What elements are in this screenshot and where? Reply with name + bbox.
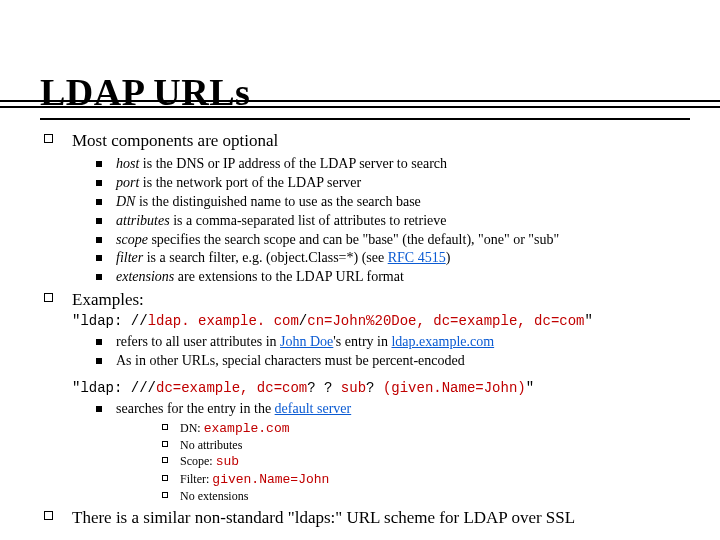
list-item: extensions are extensions to the LDAP UR… <box>72 268 690 287</box>
list-item: scope specifies the search scope and can… <box>72 231 690 250</box>
list-item: searches for the entry in the default se… <box>72 400 690 505</box>
example-url-2: "ldap: ///dc=example, dc=com? ? sub? (gi… <box>72 379 690 398</box>
list-item: No attributes <box>116 437 690 453</box>
section-examples: Examples: "ldap: //ldap. example. com/cn… <box>40 289 690 504</box>
list-item: Scope: sub <box>116 453 690 471</box>
list-item: port is the network port of the LDAP ser… <box>72 174 690 193</box>
slide-content: Most components are optional host is the… <box>40 130 690 530</box>
ldap-host-link[interactable]: ldap.example.com <box>391 334 494 349</box>
example-url-1: "ldap: //ldap. example. com/cn=John%20Do… <box>72 312 690 331</box>
ldaps-note: There is a similar non-standard "ldaps:"… <box>72 507 690 530</box>
list-item: As in other URLs, special characters mus… <box>72 352 690 371</box>
section-optional: Most components are optional host is the… <box>40 130 690 287</box>
list-item: filter is a search filter, e.g. (object.… <box>72 249 690 268</box>
section-ldaps: There is a similar non-standard "ldaps:"… <box>40 507 690 530</box>
list-item: DN: example.com <box>116 420 690 438</box>
list-item: Filter: given.Name=John <box>116 471 690 489</box>
list-item: attributes is a comma-separated list of … <box>72 212 690 231</box>
section-head: Most components are optional <box>72 130 690 153</box>
list-item: host is the DNS or IP address of the LDA… <box>72 155 690 174</box>
list-item: refers to all user attributes in John Do… <box>72 333 690 352</box>
john-doe-link[interactable]: John Doe <box>280 334 333 349</box>
default-server-link[interactable]: default server <box>275 401 352 416</box>
list-item: DN is the distinguished name to use as t… <box>72 193 690 212</box>
title-rule <box>40 118 690 120</box>
section-head: Examples: <box>72 289 690 312</box>
rfc-link[interactable]: RFC 4515 <box>388 250 446 265</box>
list-item: No extensions <box>116 488 690 504</box>
